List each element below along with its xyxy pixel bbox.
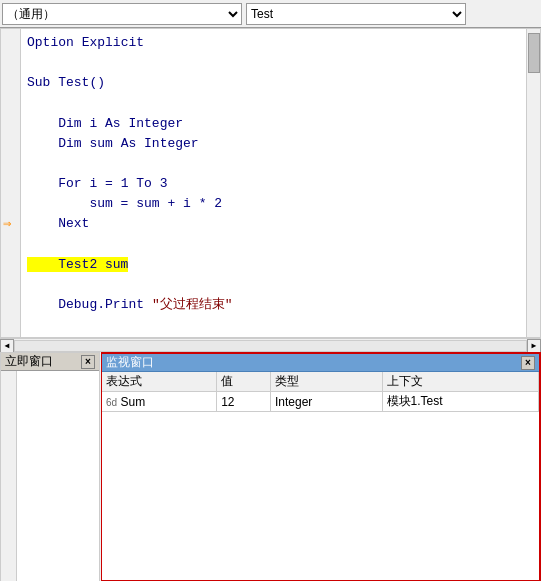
hscroll-bar: ◀ ▶ [0, 338, 541, 352]
col-type: 类型 [270, 372, 382, 392]
bottom-panels: 立即窗口 × 监视窗口 × 表达式 值 类型 上下文 [0, 352, 541, 581]
immediate-titlebar: 立即窗口 × [1, 353, 99, 371]
watch-titlebar: 监视窗口 × [102, 354, 539, 372]
arrow-indicator: ⇒ [3, 215, 11, 232]
immediate-close-btn[interactable]: × [81, 355, 95, 369]
watch-header-row: 表达式 值 类型 上下文 [102, 372, 539, 392]
cell-context: 模块1.Test [382, 392, 539, 412]
immediate-content[interactable] [1, 371, 99, 581]
watch-title: 监视窗口 [106, 354, 154, 371]
immediate-title: 立即窗口 [5, 353, 53, 370]
col-context: 上下文 [382, 372, 539, 392]
cell-expr: 6d Sum [102, 392, 217, 412]
col-value: 值 [217, 372, 271, 392]
proc-select[interactable]: Test [246, 3, 466, 25]
scrollbar-thumb[interactable] [528, 33, 540, 73]
watch-close-btn[interactable]: × [521, 356, 535, 370]
cell-type: Integer [270, 392, 382, 412]
hscroll-right-btn[interactable]: ▶ [527, 339, 541, 353]
hscroll-left-btn[interactable]: ◀ [0, 339, 14, 353]
watch-table: 表达式 值 类型 上下文 6d Sum 12 Integer 模块1.Test [102, 372, 539, 412]
code-editor: ⇒ Option Explicit Sub Test() Dim i As In… [0, 28, 541, 338]
watch-panel: 监视窗口 × 表达式 值 类型 上下文 6d Sum 12 Integer 模块… [101, 352, 541, 581]
editor-gutter: ⇒ [1, 29, 21, 337]
col-expr: 表达式 [102, 372, 217, 392]
table-row: 6d Sum 12 Integer 模块1.Test [102, 392, 539, 412]
top-bar: （通用） Test [0, 0, 541, 28]
cell-value: 12 [217, 392, 271, 412]
general-select[interactable]: （通用） [2, 3, 242, 25]
watch-content: 表达式 值 类型 上下文 6d Sum 12 Integer 模块1.Test [102, 372, 539, 580]
code-content[interactable]: Option Explicit Sub Test() Dim i As Inte… [21, 29, 526, 337]
vertical-scrollbar[interactable] [526, 29, 540, 337]
hscroll-track[interactable] [14, 340, 527, 352]
immediate-gutter [1, 371, 17, 581]
immediate-panel: 立即窗口 × [0, 352, 100, 581]
